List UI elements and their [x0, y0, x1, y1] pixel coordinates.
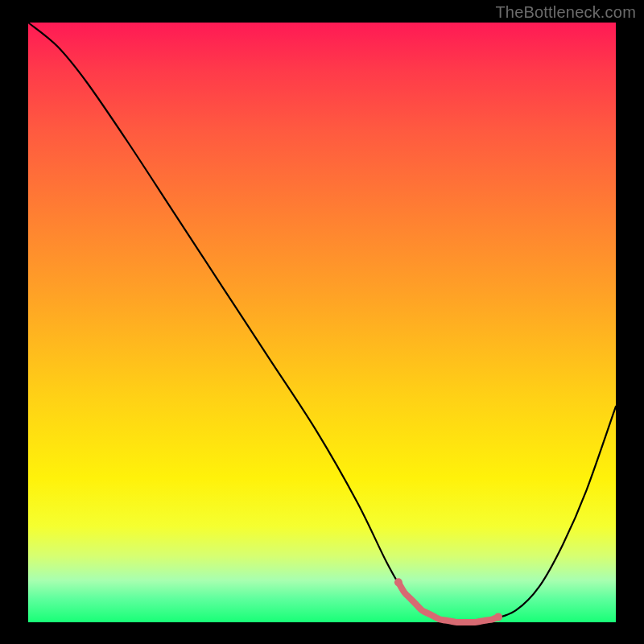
highlight-endpoint-left	[394, 578, 402, 586]
attribution-label: TheBottleneck.com	[495, 3, 636, 22]
highlight-endpoint-right	[494, 613, 502, 621]
curve-path	[28, 23, 616, 622]
highlight-path	[398, 582, 498, 622]
plot-gradient-area	[28, 23, 616, 622]
chart-frame: TheBottleneck.com	[0, 0, 644, 644]
bottleneck-curve	[28, 23, 616, 622]
